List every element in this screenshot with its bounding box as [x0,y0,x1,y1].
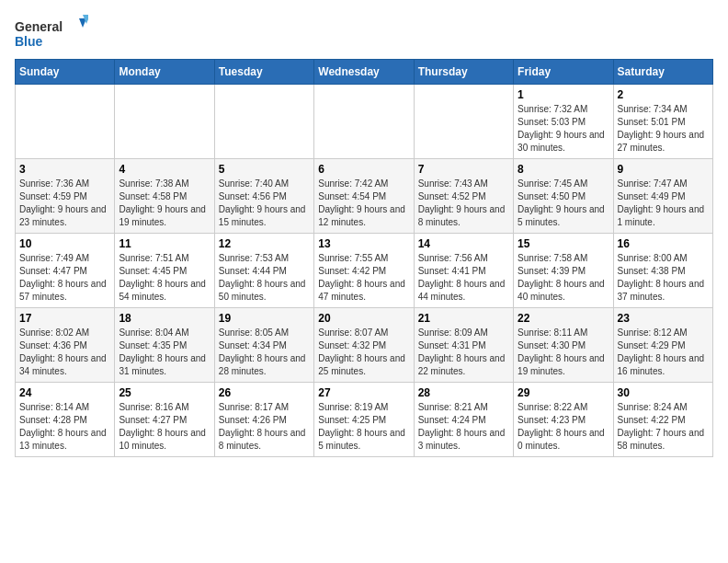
day-cell: 14Sunrise: 7:56 AM Sunset: 4:41 PM Dayli… [414,234,513,308]
week-row-1: 1Sunrise: 7:32 AM Sunset: 5:03 PM Daylig… [16,85,713,159]
day-number: 23 [618,312,709,325]
day-number: 16 [618,237,709,250]
day-number: 8 [518,163,609,176]
day-info: Sunrise: 8:12 AM Sunset: 4:29 PM Dayligh… [618,327,709,378]
day-cell: 8Sunrise: 7:45 AM Sunset: 4:50 PM Daylig… [514,159,613,234]
day-number: 19 [219,312,310,325]
logo: General Blue [15,15,88,52]
day-info: Sunrise: 8:09 AM Sunset: 4:31 PM Dayligh… [418,327,509,378]
day-cell: 5Sunrise: 7:40 AM Sunset: 4:56 PM Daylig… [214,159,313,234]
day-info: Sunrise: 7:38 AM Sunset: 4:58 PM Dayligh… [119,178,210,229]
day-number: 10 [19,237,110,250]
day-cell: 3Sunrise: 7:36 AM Sunset: 4:59 PM Daylig… [16,159,115,234]
day-number: 27 [318,386,409,399]
day-number: 26 [219,386,310,399]
week-row-3: 10Sunrise: 7:49 AM Sunset: 4:47 PM Dayli… [16,234,713,308]
weekday-header-friday: Friday [514,60,613,85]
day-info: Sunrise: 8:05 AM Sunset: 4:34 PM Dayligh… [219,327,310,378]
day-cell: 16Sunrise: 8:00 AM Sunset: 4:38 PM Dayli… [613,234,712,308]
day-number: 3 [19,163,110,176]
day-cell: 23Sunrise: 8:12 AM Sunset: 4:29 PM Dayli… [613,308,712,383]
day-info: Sunrise: 7:49 AM Sunset: 4:47 PM Dayligh… [19,252,110,304]
day-info: Sunrise: 8:00 AM Sunset: 4:38 PM Dayligh… [618,252,709,304]
day-number: 24 [19,386,110,399]
week-row-5: 24Sunrise: 8:14 AM Sunset: 4:28 PM Dayli… [16,383,713,457]
day-cell: 21Sunrise: 8:09 AM Sunset: 4:31 PM Dayli… [414,308,513,383]
day-number: 17 [19,312,110,325]
day-info: Sunrise: 8:24 AM Sunset: 4:22 PM Dayligh… [618,401,709,453]
week-row-2: 3Sunrise: 7:36 AM Sunset: 4:59 PM Daylig… [16,159,713,234]
week-row-4: 17Sunrise: 8:02 AM Sunset: 4:36 PM Dayli… [16,308,713,383]
day-info: Sunrise: 8:07 AM Sunset: 4:32 PM Dayligh… [318,327,409,378]
day-number: 18 [119,312,210,325]
day-cell: 25Sunrise: 8:16 AM Sunset: 4:27 PM Dayli… [115,383,214,457]
day-cell: 6Sunrise: 7:42 AM Sunset: 4:54 PM Daylig… [314,159,414,234]
day-cell [115,85,214,159]
day-info: Sunrise: 7:58 AM Sunset: 4:39 PM Dayligh… [518,252,609,304]
day-info: Sunrise: 8:14 AM Sunset: 4:28 PM Dayligh… [19,401,110,453]
day-info: Sunrise: 7:47 AM Sunset: 4:49 PM Dayligh… [618,178,709,229]
day-number: 15 [518,237,609,250]
day-number: 25 [119,386,210,399]
day-number: 20 [318,312,409,325]
day-number: 11 [119,237,210,250]
day-number: 21 [418,312,509,325]
day-cell: 28Sunrise: 8:21 AM Sunset: 4:24 PM Dayli… [414,383,513,457]
day-cell: 9Sunrise: 7:47 AM Sunset: 4:49 PM Daylig… [613,159,712,234]
day-info: Sunrise: 7:56 AM Sunset: 4:41 PM Dayligh… [418,252,509,304]
day-number: 30 [618,386,709,399]
day-info: Sunrise: 8:02 AM Sunset: 4:36 PM Dayligh… [19,327,110,378]
day-info: Sunrise: 8:04 AM Sunset: 4:35 PM Dayligh… [119,327,210,378]
day-number: 7 [418,163,509,176]
weekday-header-sunday: Sunday [16,60,115,85]
page-header: General Blue [15,15,713,52]
day-cell: 11Sunrise: 7:51 AM Sunset: 4:45 PM Dayli… [115,234,214,308]
day-info: Sunrise: 7:45 AM Sunset: 4:50 PM Dayligh… [518,178,609,229]
day-info: Sunrise: 7:51 AM Sunset: 4:45 PM Dayligh… [119,252,210,304]
day-info: Sunrise: 7:53 AM Sunset: 4:44 PM Dayligh… [219,252,310,304]
day-cell [314,85,414,159]
day-number: 1 [518,88,609,101]
day-cell: 2Sunrise: 7:34 AM Sunset: 5:01 PM Daylig… [613,85,712,159]
day-cell: 20Sunrise: 8:07 AM Sunset: 4:32 PM Dayli… [314,308,414,383]
weekday-header-thursday: Thursday [414,60,513,85]
day-number: 6 [318,163,409,176]
day-cell: 18Sunrise: 8:04 AM Sunset: 4:35 PM Dayli… [115,308,214,383]
day-cell: 19Sunrise: 8:05 AM Sunset: 4:34 PM Dayli… [214,308,313,383]
day-info: Sunrise: 7:36 AM Sunset: 4:59 PM Dayligh… [19,178,110,229]
weekday-header-tuesday: Tuesday [214,60,313,85]
day-info: Sunrise: 8:11 AM Sunset: 4:30 PM Dayligh… [518,327,609,378]
svg-text:Blue: Blue [15,34,43,49]
day-cell [414,85,513,159]
day-cell: 24Sunrise: 8:14 AM Sunset: 4:28 PM Dayli… [16,383,115,457]
day-cell: 12Sunrise: 7:53 AM Sunset: 4:44 PM Dayli… [214,234,313,308]
day-info: Sunrise: 8:22 AM Sunset: 4:23 PM Dayligh… [518,401,609,453]
day-cell: 1Sunrise: 7:32 AM Sunset: 5:03 PM Daylig… [514,85,613,159]
day-cell: 17Sunrise: 8:02 AM Sunset: 4:36 PM Dayli… [16,308,115,383]
day-cell: 27Sunrise: 8:19 AM Sunset: 4:25 PM Dayli… [314,383,414,457]
day-info: Sunrise: 7:43 AM Sunset: 4:52 PM Dayligh… [418,178,509,229]
day-cell: 10Sunrise: 7:49 AM Sunset: 4:47 PM Dayli… [16,234,115,308]
day-info: Sunrise: 8:19 AM Sunset: 4:25 PM Dayligh… [318,401,409,453]
day-number: 12 [219,237,310,250]
day-cell: 13Sunrise: 7:55 AM Sunset: 4:42 PM Dayli… [314,234,414,308]
day-info: Sunrise: 7:34 AM Sunset: 5:01 PM Dayligh… [618,103,709,155]
day-info: Sunrise: 7:42 AM Sunset: 4:54 PM Dayligh… [318,178,409,229]
day-info: Sunrise: 8:16 AM Sunset: 4:27 PM Dayligh… [119,401,210,453]
day-number: 22 [518,312,609,325]
day-cell: 15Sunrise: 7:58 AM Sunset: 4:39 PM Dayli… [514,234,613,308]
day-number: 4 [119,163,210,176]
day-cell: 22Sunrise: 8:11 AM Sunset: 4:30 PM Dayli… [514,308,613,383]
weekday-header-saturday: Saturday [613,60,712,85]
day-info: Sunrise: 7:32 AM Sunset: 5:03 PM Dayligh… [518,103,609,155]
day-number: 2 [618,88,709,101]
day-number: 13 [318,237,409,250]
day-info: Sunrise: 8:17 AM Sunset: 4:26 PM Dayligh… [219,401,310,453]
day-info: Sunrise: 7:40 AM Sunset: 4:56 PM Dayligh… [219,178,310,229]
day-cell: 7Sunrise: 7:43 AM Sunset: 4:52 PM Daylig… [414,159,513,234]
weekday-header-wednesday: Wednesday [314,60,414,85]
day-number: 29 [518,386,609,399]
day-cell [214,85,313,159]
day-cell [16,85,115,159]
calendar-table: SundayMondayTuesdayWednesdayThursdayFrid… [15,59,713,457]
